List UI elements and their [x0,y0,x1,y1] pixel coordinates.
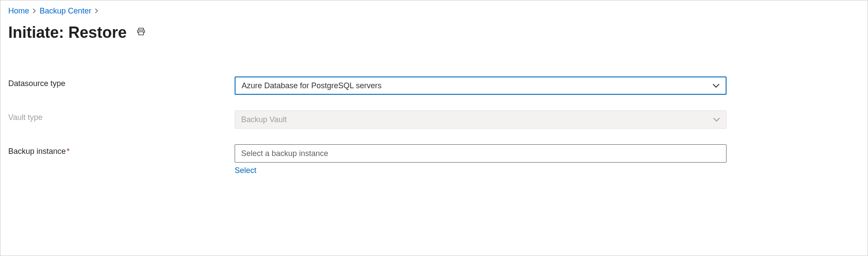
title-row: Initiate: Restore [8,23,860,42]
chevron-down-icon [713,115,720,124]
chevron-right-icon [95,8,98,15]
row-backup-instance: Backup instance* Select [8,144,860,175]
print-icon[interactable] [136,27,146,39]
label-datasource-type: Datasource type [8,76,235,88]
breadcrumb: Home Backup Center [8,7,860,16]
page-title: Initiate: Restore [8,23,127,42]
svg-rect-1 [139,32,144,35]
vault-type-select: Backup Vault [235,110,727,129]
chevron-right-icon [33,8,36,15]
backup-instance-input[interactable] [235,144,727,163]
label-backup-instance: Backup instance* [8,144,235,156]
row-vault-type: Vault type Backup Vault [8,110,860,129]
breadcrumb-home[interactable]: Home [8,7,29,16]
chevron-down-icon [713,81,720,90]
row-datasource-type: Datasource type Azure Database for Postg… [8,76,860,95]
breadcrumb-backup-center[interactable]: Backup Center [40,7,91,16]
label-vault-type: Vault type [8,110,235,122]
datasource-type-value: Azure Database for PostgreSQL servers [242,81,381,90]
backup-instance-select-link[interactable]: Select [235,166,256,175]
vault-type-value: Backup Vault [241,115,287,124]
required-asterisk: * [67,147,70,156]
datasource-type-select[interactable]: Azure Database for PostgreSQL servers [235,76,727,95]
